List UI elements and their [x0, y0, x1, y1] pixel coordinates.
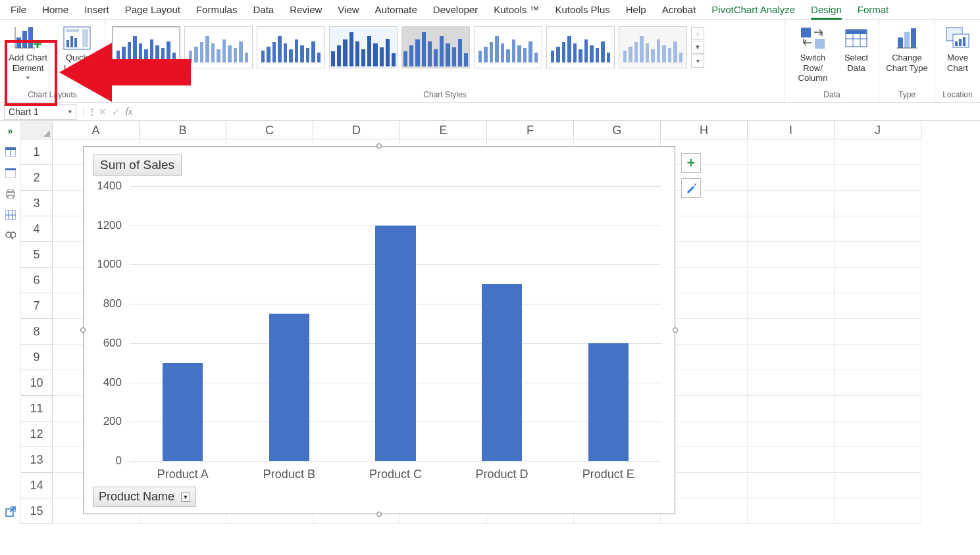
chart-resize-handle-n[interactable]: [376, 143, 382, 149]
cell[interactable]: [748, 242, 835, 268]
cell[interactable]: [835, 268, 921, 293]
gallery-scroll-up[interactable]: ▲: [691, 27, 704, 40]
axis-field-dropdown[interactable]: Product Name ▼: [93, 487, 196, 507]
chart-styles-button[interactable]: [681, 178, 701, 198]
cell[interactable]: [835, 165, 921, 191]
cell[interactable]: [748, 268, 835, 293]
chart-resize-handle-e[interactable]: [673, 327, 678, 333]
cell[interactable]: [748, 498, 835, 524]
column-header[interactable]: H: [661, 121, 748, 139]
cell[interactable]: [835, 293, 921, 319]
chart-plot-area[interactable]: 0200400600800100012001400Product AProduc…: [130, 186, 661, 461]
chart-style-thumb-8[interactable]: [619, 26, 687, 68]
side-find-icon[interactable]: [5, 230, 16, 242]
menu-page-layout[interactable]: Page Layout: [117, 1, 188, 18]
cell[interactable]: [748, 139, 835, 165]
column-header[interactable]: C: [226, 121, 313, 139]
side-external-link-icon[interactable]: [5, 506, 16, 518]
chart-resize-handle-s[interactable]: [376, 512, 382, 517]
row-header[interactable]: 11: [21, 396, 53, 422]
cell[interactable]: [748, 191, 835, 216]
cell[interactable]: [748, 345, 835, 370]
row-header[interactable]: 6: [21, 268, 53, 293]
menu-automate[interactable]: Automate: [367, 1, 425, 18]
row-header[interactable]: 5: [21, 242, 53, 268]
spreadsheet-grid[interactable]: ABCDEFGHIJ 123456789101112131415 Sum of …: [21, 121, 980, 524]
side-print-icon[interactable]: [5, 188, 16, 200]
expand-panel-icon[interactable]: »: [5, 125, 16, 137]
cell[interactable]: [748, 165, 835, 191]
row-header[interactable]: 7: [21, 293, 53, 319]
chart-style-thumb-6[interactable]: [474, 26, 542, 68]
pivot-chart[interactable]: Sum of Sales 0200400600800100012001400Pr…: [83, 146, 675, 514]
chart-bar[interactable]: [269, 314, 309, 461]
row-header[interactable]: 14: [21, 473, 53, 498]
column-header[interactable]: A: [53, 121, 140, 139]
cell[interactable]: [835, 319, 921, 345]
chart-style-thumb-5[interactable]: [401, 26, 470, 68]
change-chart-type-button[interactable]: Change Chart Type: [883, 22, 931, 76]
side-table-icon[interactable]: [5, 146, 16, 158]
gallery-more-button[interactable]: ▾: [691, 55, 704, 68]
switch-row-column-button[interactable]: Switch Row/ Column: [789, 22, 837, 86]
name-box-dropdown-icon[interactable]: ▾: [68, 108, 72, 115]
cell[interactable]: [835, 191, 921, 216]
name-box[interactable]: Chart 1 ▾: [4, 104, 76, 120]
cell[interactable]: [748, 319, 835, 345]
menu-formulas[interactable]: Formulas: [188, 1, 245, 18]
column-header[interactable]: I: [748, 121, 835, 139]
cell[interactable]: [748, 293, 835, 319]
add-chart-element-button[interactable]: Add Chart Element ▾: [5, 22, 52, 84]
gallery-scroll-down[interactable]: ▼: [691, 41, 704, 54]
chart-resize-handle-w[interactable]: [80, 327, 86, 333]
menu-kutools-plus[interactable]: Kutools Plus: [547, 1, 617, 18]
formula-options-icon[interactable]: ⋮: [83, 107, 96, 117]
row-header[interactable]: 12: [21, 422, 53, 447]
formula-input[interactable]: [136, 104, 980, 120]
column-header[interactable]: F: [487, 121, 574, 139]
menu-file[interactable]: File: [3, 1, 34, 18]
column-header[interactable]: E: [400, 121, 487, 139]
chart-style-thumb-1[interactable]: [112, 26, 180, 68]
menu-design[interactable]: Design: [803, 1, 850, 18]
chart-style-thumb-3[interactable]: [257, 26, 325, 68]
row-header[interactable]: 9: [21, 345, 53, 370]
formula-accept-icon[interactable]: ✓: [109, 107, 122, 117]
cell[interactable]: [835, 422, 921, 447]
cell[interactable]: [835, 139, 921, 165]
cell[interactable]: [835, 345, 921, 370]
column-header[interactable]: B: [140, 121, 226, 139]
quick-layout-button[interactable]: Quick Layout ▾: [53, 22, 101, 84]
side-window-icon[interactable]: [5, 167, 16, 179]
cell[interactable]: [835, 396, 921, 422]
menu-review[interactable]: Review: [282, 1, 330, 18]
chart-bar[interactable]: [163, 363, 203, 461]
row-header[interactable]: 8: [21, 319, 53, 345]
menu-format[interactable]: Format: [850, 1, 897, 18]
menu-pivotchart-analyze[interactable]: PivotChart Analyze: [704, 1, 803, 18]
select-all-corner[interactable]: [21, 121, 53, 139]
column-header[interactable]: J: [835, 121, 921, 139]
menu-home[interactable]: Home: [34, 1, 76, 18]
cell[interactable]: [748, 370, 835, 396]
row-header[interactable]: 10: [21, 370, 53, 396]
menu-help[interactable]: Help: [618, 1, 654, 18]
cell[interactable]: [748, 447, 835, 473]
menu-view[interactable]: View: [330, 1, 367, 18]
cell[interactable]: [748, 473, 835, 498]
column-header[interactable]: D: [313, 121, 400, 139]
row-header[interactable]: 15: [21, 498, 53, 524]
menu-data[interactable]: Data: [245, 1, 282, 18]
formula-cancel-icon[interactable]: ✕: [96, 107, 109, 117]
cell[interactable]: [835, 216, 921, 242]
cell[interactable]: [835, 447, 921, 473]
menu-developer[interactable]: Developer: [425, 1, 486, 18]
cell[interactable]: [748, 396, 835, 422]
chart-bar[interactable]: [375, 226, 415, 461]
cell[interactable]: [748, 422, 835, 447]
column-header[interactable]: G: [574, 121, 661, 139]
menu-acrobat[interactable]: Acrobat: [654, 1, 704, 18]
fx-icon[interactable]: fx: [122, 106, 136, 117]
select-data-button[interactable]: Select Data: [838, 22, 875, 76]
chart-bar[interactable]: [588, 343, 629, 461]
